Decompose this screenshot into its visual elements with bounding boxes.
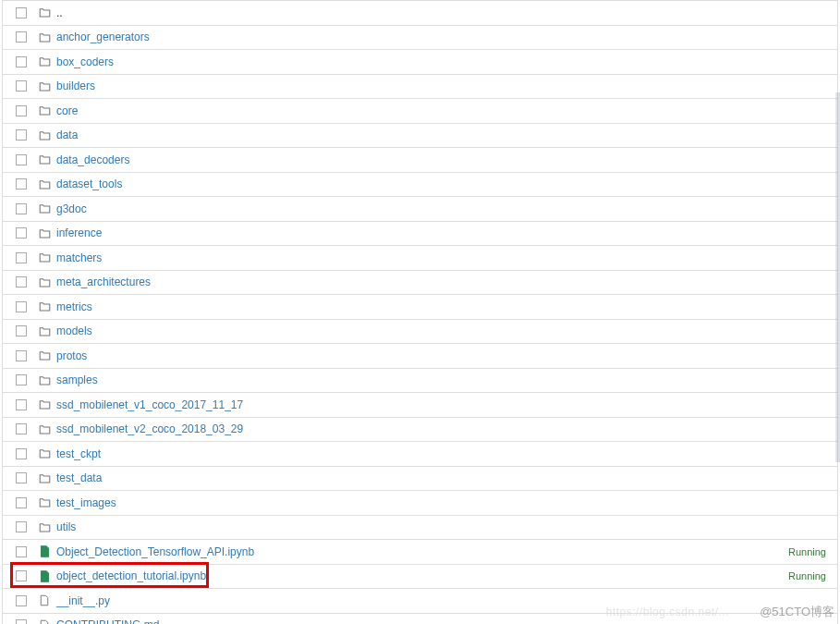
file-row[interactable]: g3doc	[3, 196, 837, 221]
file-row[interactable]: test_ckpt	[3, 441, 837, 466]
file-name-link[interactable]: object_detection_tutorial.ipynb	[56, 569, 206, 582]
select-checkbox[interactable]	[16, 472, 27, 483]
file-name-link[interactable]: meta_architectures	[56, 275, 151, 288]
file-name-link[interactable]: Object_Detection_Tensorflow_API.ipynb	[56, 545, 254, 558]
select-checkbox[interactable]	[16, 619, 27, 624]
file-icon	[38, 594, 51, 607]
select-checkbox[interactable]	[16, 252, 27, 263]
file-icon	[38, 618, 51, 624]
file-row[interactable]: inference	[3, 221, 837, 246]
file-name-link[interactable]: anchor_generators	[56, 31, 150, 43]
file-row[interactable]: anchor_generators	[3, 25, 837, 50]
select-checkbox[interactable]	[16, 31, 27, 43]
file-name-link[interactable]: core	[56, 104, 78, 117]
file-name-link[interactable]: builders	[56, 80, 95, 92]
folder-icon	[38, 6, 51, 19]
select-checkbox[interactable]	[16, 203, 27, 214]
folder-icon	[38, 398, 51, 411]
file-row[interactable]: box_coders	[3, 49, 837, 74]
file-row[interactable]: ssd_mobilenet_v2_coco_2018_03_29	[3, 417, 837, 442]
file-name-link[interactable]: protos	[56, 349, 87, 362]
file-row[interactable]: data_decoders	[3, 147, 837, 172]
file-name-link[interactable]: ssd_mobilenet_v2_coco_2018_03_29	[56, 422, 243, 435]
file-row[interactable]: ssd_mobilenet_v1_coco_2017_11_17	[3, 392, 837, 417]
folder-icon	[38, 447, 51, 460]
file-row[interactable]: core	[3, 98, 837, 123]
watermark: @51CTO博客	[760, 604, 834, 620]
file-name-link[interactable]: dataset_tools	[56, 177, 122, 190]
file-name-link[interactable]: test_data	[56, 471, 102, 484]
file-row[interactable]: models	[3, 319, 837, 344]
file-name-link[interactable]: test_ckpt	[56, 447, 101, 460]
file-name-link[interactable]: __init__.py	[56, 594, 110, 607]
file-name-link[interactable]: utils	[56, 520, 76, 533]
select-checkbox[interactable]	[16, 448, 27, 459]
file-row[interactable]: data	[3, 123, 837, 148]
folder-icon	[38, 153, 51, 166]
file-row[interactable]: metrics	[3, 294, 837, 319]
folder-icon	[38, 520, 51, 533]
svg-rect-3	[43, 577, 47, 578]
select-checkbox[interactable]	[16, 7, 27, 18]
select-checkbox[interactable]	[16, 154, 27, 165]
file-name-link[interactable]: models	[56, 324, 92, 337]
select-checkbox[interactable]	[16, 129, 27, 141]
folder-icon	[38, 349, 51, 362]
folder-icon	[38, 251, 51, 264]
select-checkbox[interactable]	[16, 56, 27, 67]
select-checkbox[interactable]	[16, 301, 27, 312]
folder-icon	[38, 324, 51, 337]
select-checkbox[interactable]	[16, 423, 27, 434]
folder-icon	[38, 496, 51, 509]
file-row[interactable]: matchers	[3, 245, 837, 270]
file-row[interactable]: protos	[3, 343, 837, 368]
select-checkbox[interactable]	[16, 399, 27, 410]
select-checkbox[interactable]	[16, 80, 27, 92]
svg-rect-0	[43, 550, 47, 551]
file-name-link[interactable]: metrics	[56, 300, 92, 313]
svg-rect-1	[43, 553, 47, 554]
file-name-link[interactable]: inference	[56, 226, 102, 239]
select-checkbox[interactable]	[16, 570, 27, 581]
file-row[interactable]: object_detection_tutorial.ipynbRunning	[3, 564, 837, 589]
file-name-link[interactable]: box_coders	[56, 55, 114, 68]
file-name-link[interactable]: data_decoders	[56, 153, 129, 166]
folder-icon	[38, 300, 51, 313]
select-checkbox[interactable]	[16, 374, 27, 385]
select-checkbox[interactable]	[16, 521, 27, 532]
file-name-link[interactable]: g3doc	[56, 202, 87, 215]
file-row[interactable]: samples	[3, 368, 837, 393]
file-name-link[interactable]: test_images	[56, 496, 116, 509]
running-status: Running	[788, 546, 826, 557]
file-name-link[interactable]: matchers	[56, 251, 102, 264]
select-checkbox[interactable]	[16, 497, 27, 508]
select-checkbox[interactable]	[16, 105, 27, 116]
file-name-link[interactable]: data	[56, 128, 78, 141]
select-checkbox[interactable]	[16, 325, 27, 336]
select-checkbox[interactable]	[16, 178, 27, 190]
file-row[interactable]: utils	[3, 515, 837, 540]
file-name-link[interactable]: ssd_mobilenet_v1_coco_2017_11_17	[56, 398, 243, 411]
folder-icon	[38, 202, 51, 215]
svg-rect-2	[43, 575, 47, 576]
file-row[interactable]: Object_Detection_Tensorflow_API.ipynbRun…	[3, 539, 837, 564]
folder-icon	[38, 226, 51, 239]
folder-icon	[38, 373, 51, 386]
file-row[interactable]: dataset_tools	[3, 172, 837, 197]
select-checkbox[interactable]	[16, 595, 27, 606]
select-checkbox[interactable]	[16, 227, 27, 239]
folder-icon	[38, 275, 51, 288]
file-row[interactable]: ..	[3, 0, 837, 25]
file-row[interactable]: meta_architectures	[3, 270, 837, 295]
folder-icon	[38, 80, 51, 92]
file-row[interactable]: test_data	[3, 466, 837, 491]
file-list: ..anchor_generatorsbox_codersbuilderscor…	[2, 0, 838, 624]
file-name-link[interactable]: samples	[56, 373, 98, 386]
file-row[interactable]: builders	[3, 74, 837, 99]
file-name-link[interactable]: CONTRIBUTING.md	[56, 618, 159, 624]
select-checkbox[interactable]	[16, 546, 27, 557]
select-checkbox[interactable]	[16, 350, 27, 361]
select-checkbox[interactable]	[16, 276, 27, 288]
file-name-link[interactable]: ..	[56, 6, 63, 19]
file-row[interactable]: test_images	[3, 490, 837, 515]
